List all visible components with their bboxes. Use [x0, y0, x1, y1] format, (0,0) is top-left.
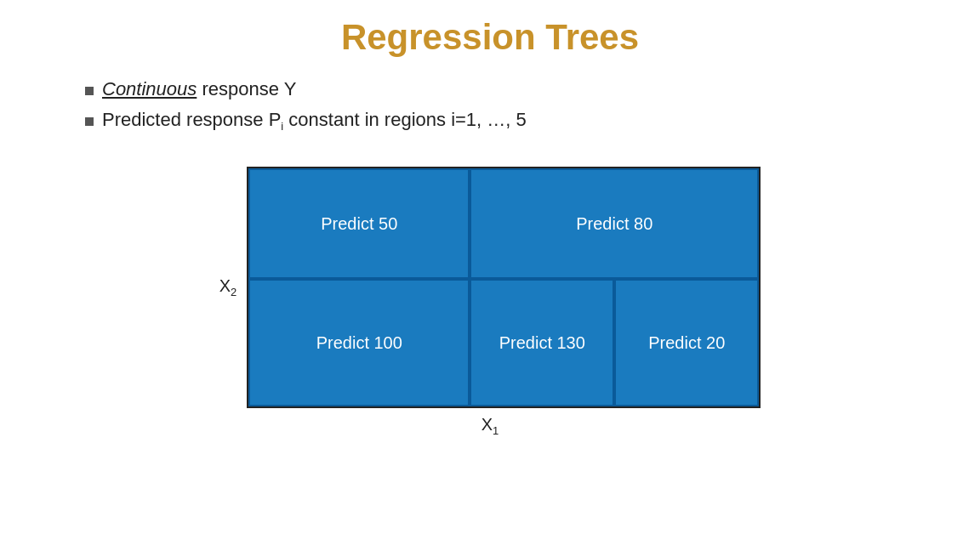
- bullet-icon-1: [85, 87, 94, 95]
- cell-predict-20: Predict 20: [614, 279, 759, 406]
- predict-50-label: Predict 50: [321, 214, 397, 234]
- bullet-text-1: Continuous response Y: [102, 78, 296, 100]
- cell-predict-50: Predict 50: [248, 168, 470, 279]
- regression-grid: Predict 50 Predict 80 Predict 100 Predic…: [247, 167, 761, 408]
- bullet1-suffix: response Y: [197, 78, 296, 99]
- bullet-item-2: Predicted response Pi constant in region…: [85, 109, 895, 133]
- chart-wrapper: X2 Predict 50 Predict 80 Predict 100: [219, 167, 761, 408]
- cell-bottom-right-wrapper: Predict 130 Predict 20: [470, 279, 759, 406]
- cell-predict-80: Predict 80: [470, 168, 759, 279]
- predict-80-label: Predict 80: [576, 214, 652, 234]
- cell-predict-130: Predict 130: [470, 279, 614, 406]
- x-axis-label: X1: [481, 415, 499, 437]
- bullet2-suffix: constant in regions i=1, …, 5: [283, 109, 527, 130]
- predict-100-label: Predict 100: [316, 333, 402, 353]
- bullet-icon-2: [85, 117, 94, 126]
- bullet-item-1: Continuous response Y: [85, 78, 895, 100]
- y-axis-label: X2: [219, 276, 237, 298]
- chart-area: X2 Predict 50 Predict 80 Predict 100: [219, 167, 761, 437]
- x1-subscript: 1: [493, 424, 499, 437]
- continuous-text: Continuous: [102, 78, 197, 99]
- page-title: Regression Trees: [341, 17, 639, 58]
- bullet-list: Continuous response Y Predicted response…: [51, 78, 929, 141]
- bullet-text-2: Predicted response Pi constant in region…: [102, 109, 527, 133]
- predict-20-label: Predict 20: [648, 333, 725, 353]
- cell-predict-100: Predict 100: [248, 279, 470, 406]
- predict-130-label: Predict 130: [499, 333, 585, 353]
- bullet2-prefix: Predicted response P: [102, 109, 281, 130]
- page-container: Regression Trees Continuous response Y P…: [0, 0, 980, 551]
